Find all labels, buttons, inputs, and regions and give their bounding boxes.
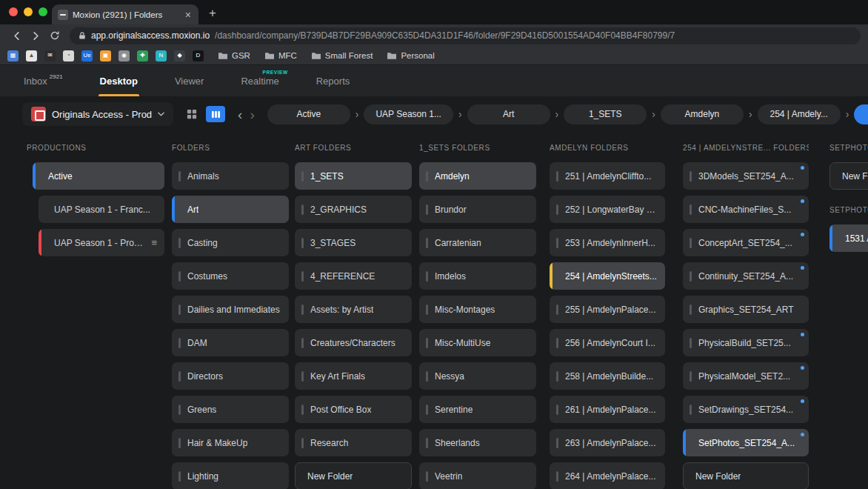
nav-tab-viewer[interactable]: Viewer (175, 65, 204, 96)
folder-item-3-stages[interactable]: 3_STAGES (295, 229, 412, 256)
minimize-window-button[interactable] (24, 7, 33, 16)
favicon-5-icon[interactable]: Ue (81, 50, 93, 61)
folder-item-brundor[interactable]: Brundor (419, 196, 536, 223)
menu-icon[interactable]: ≡ (147, 237, 157, 248)
zoom-window-button[interactable] (39, 7, 47, 16)
folder-item-251-amdelyncliffto[interactable]: 251 | AmdelynCliffto... (550, 162, 665, 190)
favicon-6-icon[interactable]: ▣ (100, 50, 111, 61)
favicon-11-icon[interactable]: D (193, 50, 204, 61)
breadcrumb-item-uap-season-1[interactable]: UAP Season 1... (364, 104, 453, 124)
grid-view-button[interactable] (182, 106, 201, 122)
folder-item-lighting[interactable]: Lighting (172, 462, 289, 489)
favicon-4-icon[interactable]: ◔ (63, 50, 74, 61)
folder-item-misc-multiuse[interactable]: Misc-MultiUse (419, 329, 536, 356)
new-folder-button[interactable]: New Folder (295, 462, 412, 489)
label-tick (426, 238, 428, 248)
folder-item-sheerlands[interactable]: Sheerlands (419, 429, 536, 456)
navigate-forward-icon[interactable]: › (246, 107, 258, 122)
favicon-7-icon[interactable]: ◉ (118, 50, 130, 61)
folder-item-art[interactable]: Art (172, 196, 289, 223)
column-view-button[interactable] (206, 106, 225, 122)
bookmark-folder-mfc[interactable]: MFC (264, 51, 297, 60)
favicon-1-icon[interactable]: ▦ (7, 50, 19, 61)
bookmark-folder-personal[interactable]: Personal (387, 51, 434, 60)
folder-item-dam[interactable]: DAM (172, 329, 289, 356)
folder-item-3dmodels-set254-a[interactable]: 3DModels_SET254_A... (683, 162, 809, 190)
folder-item-carratenian[interactable]: Carratenian (419, 229, 536, 256)
navigate-back-icon[interactable]: ‹ (234, 107, 246, 122)
folder-item-1-sets[interactable]: 1_SETS (295, 162, 412, 190)
folder-item-imdelos[interactable]: Imdelos (419, 262, 536, 290)
nav-tab-reports[interactable]: Reports (316, 65, 350, 96)
folder-item-uap-season-1-produ[interactable]: UAP Season 1 - Produ...≡ (39, 229, 164, 256)
folder-item-263-amdelynpalace[interactable]: 263 | AmdelynPalace... (550, 429, 665, 456)
folder-item-continuity-set254-a[interactable]: Continuity_SET254_A... (683, 262, 809, 290)
close-tab-icon[interactable]: × (184, 10, 193, 20)
folder-item-nessya[interactable]: Nessya (419, 362, 536, 390)
back-icon[interactable] (7, 27, 25, 44)
folder-item-conceptart-set254[interactable]: ConceptArt_SET254_... (683, 229, 809, 256)
breadcrumb-item-active[interactable]: Active (267, 104, 350, 124)
address-bar[interactable]: app.originalsaccess.moxion.io/dashboard/… (70, 27, 861, 44)
folder-item-active[interactable]: Active (33, 162, 164, 190)
reload-icon[interactable] (46, 27, 64, 44)
nav-tab-realtime[interactable]: RealtimePREVIEW (241, 65, 278, 96)
favicon-10-icon[interactable]: ◆ (174, 50, 185, 61)
nav-tab-desktop[interactable]: Desktop (100, 65, 138, 96)
folder-item-264-amdelynpalace[interactable]: 264 | AmdelynPalace... (550, 462, 665, 489)
folder-item-costumes[interactable]: Costumes (172, 262, 289, 290)
new-tab-button[interactable]: + (209, 6, 216, 21)
folder-item-setdrawings-set254[interactable]: SetDrawings_SET254... (683, 396, 809, 423)
folder-item-physicalbuild-set25[interactable]: PhysicalBuild_SET25... (683, 329, 809, 356)
new-folder-button[interactable]: New Folder (683, 462, 809, 489)
folder-item-assets-by-artist[interactable]: Assets: by Artist (295, 296, 412, 323)
browser-tab[interactable]: Moxion (2921) | Folders × (52, 4, 198, 24)
folder-item-1531-assets[interactable]: 1531 Assets (829, 224, 868, 252)
folder-item-4-reference[interactable]: 4_REFERENCE (295, 262, 412, 290)
folder-item-veetrin[interactable]: Veetrin (419, 462, 536, 489)
folder-item-directors[interactable]: Directors (172, 362, 289, 390)
folder-item-uap-season-1-franc[interactable]: UAP Season 1 - Franc... (39, 196, 164, 223)
breadcrumb-item-254-amdely[interactable]: 254 | Amdely... (758, 104, 841, 124)
favicon-8-icon[interactable]: ✚ (137, 50, 148, 61)
folder-item-label: 264 | AmdelynPalace... (565, 471, 656, 482)
favicon-2-icon[interactable]: ▲ (26, 50, 37, 61)
folder-item-254-amdelynstreets[interactable]: 254 | AmdelynStreets... (550, 262, 665, 290)
folder-item-252-longwaterbay-e[interactable]: 252 | LongwaterBay E... (550, 196, 665, 223)
folder-item-key-art-finals[interactable]: Key Art Finals (295, 362, 412, 390)
folder-item-graphics-set254-art[interactable]: Graphics_SET254_ART (683, 296, 809, 323)
folder-item-animals[interactable]: Animals (172, 162, 289, 190)
folder-item-greens[interactable]: Greens (172, 396, 289, 423)
folder-item-amdelyn[interactable]: Amdelyn (419, 162, 536, 190)
folder-item-setphotos-set254-a[interactable]: SetPhotos_SET254_A... (683, 429, 809, 456)
folder-item-253-amdelyninnerh[interactable]: 253 | AmdelynInnerH... (550, 229, 665, 256)
folder-item-serentine[interactable]: Serentine (419, 396, 536, 423)
folder-item-casting[interactable]: Casting (172, 229, 289, 256)
folder-item-cnc-machinefiles-s[interactable]: CNC-MachineFiles_S... (683, 196, 809, 223)
folder-item-261-amdelynpalace[interactable]: 261 | AmdelynPalace... (550, 396, 665, 423)
favicon-3-icon[interactable]: ✉ (44, 50, 56, 61)
folder-item-creatures-characters[interactable]: Creatures/Characters (295, 329, 412, 356)
folder-item-256-amdelyncourt-i[interactable]: 256 | AmdelynCourt I... (550, 329, 665, 356)
bookmark-folder-gsr[interactable]: GSR (218, 51, 250, 60)
workspace-selector[interactable]: Originals Access - Prod (22, 102, 173, 126)
folder-item-physicalmodel-set2[interactable]: PhysicalModel_SET2... (683, 362, 809, 390)
close-window-button[interactable] (9, 7, 18, 16)
new-folder-button[interactable]: New Folder (829, 162, 868, 190)
favicon-9-icon[interactable]: N (156, 50, 167, 61)
folder-item-258-amdelynbuilde[interactable]: 258 | AmdelynBuilde... (550, 362, 665, 390)
breadcrumb-item-1-sets[interactable]: 1_SETS (564, 104, 647, 124)
bookmark-folder-small-forest[interactable]: Small Forest (311, 51, 373, 60)
breadcrumb-item-amdelyn[interactable]: Amdelyn (661, 104, 744, 124)
folder-item-hair-makeup[interactable]: Hair & MakeUp (172, 429, 289, 456)
nav-tab-inbox[interactable]: Inbox2921 (24, 65, 63, 96)
folder-item-2-graphics[interactable]: 2_GRAPHICS (295, 196, 412, 223)
folder-item-post-office-box[interactable]: Post Office Box (295, 396, 412, 423)
folder-item-research[interactable]: Research (295, 429, 412, 456)
folder-item-dailies-and-immediates[interactable]: Dailies and Immediates (172, 296, 289, 323)
forward-icon[interactable] (27, 27, 44, 44)
folder-item-misc-montages[interactable]: Misc-Montages (419, 296, 536, 323)
breadcrumb-item-setph[interactable]: SetPh... (854, 104, 868, 124)
breadcrumb-item-art[interactable]: Art (467, 104, 550, 124)
folder-item-255-amdelynpalace[interactable]: 255 | AmdelynPalace... (550, 296, 665, 323)
